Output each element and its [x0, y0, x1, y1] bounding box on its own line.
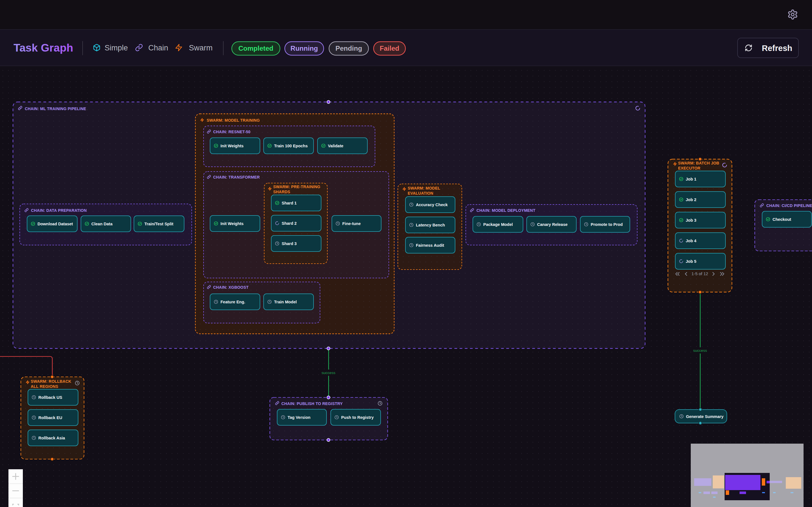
svg-text:Clean Data: Clean Data [91, 222, 113, 226]
svg-text:EVALUATION: EVALUATION [408, 191, 434, 195]
svg-text:SWARM: ROLLBACK: SWARM: ROLLBACK [31, 379, 71, 384]
svg-text:Shard 3: Shard 3 [282, 241, 297, 246]
svg-text:Feature Eng.: Feature Eng. [220, 300, 245, 304]
svg-text:Pending: Pending [336, 45, 362, 52]
svg-text:Canary Release: Canary Release [537, 222, 567, 227]
svg-text:Init Weights: Init Weights [220, 144, 244, 148]
svg-text:ALL REGIONS: ALL REGIONS [31, 384, 58, 389]
svg-text:success: success [322, 371, 336, 375]
svg-text:Completed: Completed [238, 45, 273, 52]
svg-text:Fine-tune: Fine-tune [342, 221, 361, 226]
svg-text:SHARDS: SHARDS [273, 189, 290, 194]
svg-text:Generate Summary: Generate Summary [686, 414, 723, 419]
svg-text:Init Weights: Init Weights [220, 221, 244, 226]
svg-text:Job 1: Job 1 [686, 177, 696, 181]
svg-text:Job 3: Job 3 [686, 218, 696, 223]
svg-text:Push to Registry: Push to Registry [341, 415, 373, 420]
svg-text:Job 4: Job 4 [686, 238, 696, 243]
svg-text:SWARM: BATCH JOB: SWARM: BATCH JOB [678, 161, 719, 165]
svg-text:CHAIN: TRANSFORMER: CHAIN: TRANSFORMER [213, 175, 260, 179]
svg-text:Train 100 Epochs: Train 100 Epochs [274, 144, 308, 148]
svg-text:Simple: Simple [105, 44, 128, 52]
svg-text:CHAIN: XGBOOST: CHAIN: XGBOOST [213, 285, 249, 290]
svg-text:CHAIN: DATA PREPARATION: CHAIN: DATA PREPARATION [31, 208, 87, 213]
svg-text:CHAIN: CI/CD PIPELINE: CHAIN: CI/CD PIPELINE [766, 203, 812, 208]
svg-text:Validate: Validate [328, 144, 343, 148]
svg-text:SWARM: MODEL TRAINING: SWARM: MODEL TRAINING [207, 118, 260, 122]
svg-text:CHAIN: MODEL DEPLOYMENT: CHAIN: MODEL DEPLOYMENT [476, 208, 536, 213]
svg-text:Chain: Chain [148, 44, 168, 52]
svg-text:Job 5: Job 5 [686, 259, 696, 264]
svg-text:Download Dataset: Download Dataset [38, 222, 73, 226]
svg-text:Running: Running [290, 45, 318, 52]
svg-text:Job 2: Job 2 [686, 198, 696, 202]
svg-text:Train Model: Train Model [274, 300, 297, 304]
svg-text:Rollback Asia: Rollback Asia [38, 436, 65, 440]
svg-text:Fairness Audit: Fairness Audit [416, 243, 444, 247]
svg-text:Package Model: Package Model [483, 222, 513, 227]
svg-text:CHAIN: PUBLISH TO REGISTRY: CHAIN: PUBLISH TO REGISTRY [282, 401, 343, 406]
svg-text:Tag Version: Tag Version [288, 415, 310, 420]
svg-text:Checkout: Checkout [772, 217, 791, 222]
svg-text:Failed: Failed [380, 45, 399, 52]
svg-text:success: success [693, 348, 707, 353]
svg-text:Refresh: Refresh [762, 44, 792, 53]
svg-text:Accuracy Check: Accuracy Check [416, 203, 448, 207]
svg-text:Promote to Prod: Promote to Prod [591, 222, 623, 227]
svg-text:CHAIN: RESNET-50: CHAIN: RESNET-50 [213, 129, 250, 134]
svg-text:CHAIN: ML TRAINING PIPELINE: CHAIN: ML TRAINING PIPELINE [25, 107, 86, 111]
svg-text:SWARM: PRE-TRAINING: SWARM: PRE-TRAINING [273, 184, 320, 189]
svg-text:Rollback US: Rollback US [38, 395, 62, 400]
svg-text:1-5 of 12: 1-5 of 12 [691, 271, 708, 276]
svg-text:Rollback EU: Rollback EU [38, 415, 62, 420]
svg-text:Latency Bench: Latency Bench [416, 223, 445, 227]
svg-text:EXECUTOR: EXECUTOR [678, 166, 700, 170]
svg-text:Swarm: Swarm [189, 44, 213, 52]
svg-text:Train/Test Split: Train/Test Split [144, 222, 173, 226]
svg-text:Shard 1: Shard 1 [282, 201, 297, 205]
svg-text:Shard 2: Shard 2 [282, 221, 297, 226]
svg-text:SWARM: MODEL: SWARM: MODEL [408, 186, 440, 190]
svg-text:Task Graph: Task Graph [13, 42, 73, 54]
